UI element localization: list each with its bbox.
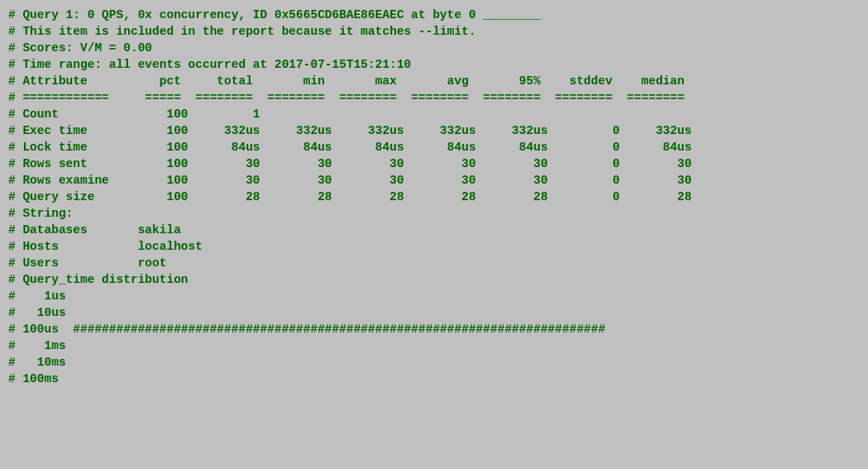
terminal-line-6: # Count 100 1: [8, 106, 860, 122]
terminal-line-1: # This item is included in the report be…: [8, 23, 860, 40]
terminal-line-9: # Rows sent 100 30 30 30 30 30 0 30: [8, 156, 860, 172]
terminal-line-10: # Rows examine 100 30 30 30 30 30 0 30: [8, 172, 860, 189]
terminal-line-7: # Exec time 100 332us 332us 332us 332us …: [8, 122, 860, 139]
terminal-line-20: # 1ms: [8, 337, 860, 354]
terminal-line-4: # Attribute pct total min max avg 95% st…: [8, 73, 860, 89]
terminal-line-21: # 10ms: [8, 354, 860, 371]
terminal-line-18: # 10us: [8, 304, 860, 321]
terminal-line-0: # Query 1: 0 QPS, 0x concurrency, ID 0x5…: [8, 7, 860, 23]
terminal-line-8: # Lock time 100 84us 84us 84us 84us 84us…: [8, 139, 860, 156]
terminal-line-3: # Time range: all events occurred at 201…: [8, 56, 860, 73]
terminal-line-16: # Query_time distribution: [8, 271, 860, 288]
terminal-line-17: # 1us: [8, 288, 860, 304]
terminal-line-11: # Query size 100 28 28 28 28 28 0 28: [8, 189, 860, 205]
terminal-line-2: # Scores: V/M = 0.00: [8, 40, 860, 56]
terminal-line-19: # 100us ################################…: [8, 321, 860, 337]
terminal-line-22: # 100ms: [8, 371, 860, 387]
terminal-output: # Query 1: 0 QPS, 0x concurrency, ID 0x5…: [0, 0, 868, 469]
terminal-line-14: # Hosts localhost: [8, 238, 860, 255]
terminal-line-15: # Users root: [8, 255, 860, 271]
terminal-line-12: # String:: [8, 205, 860, 222]
terminal-line-5: # ============ ===== ======== ======== =…: [8, 89, 860, 106]
terminal-line-13: # Databases sakila: [8, 222, 860, 238]
